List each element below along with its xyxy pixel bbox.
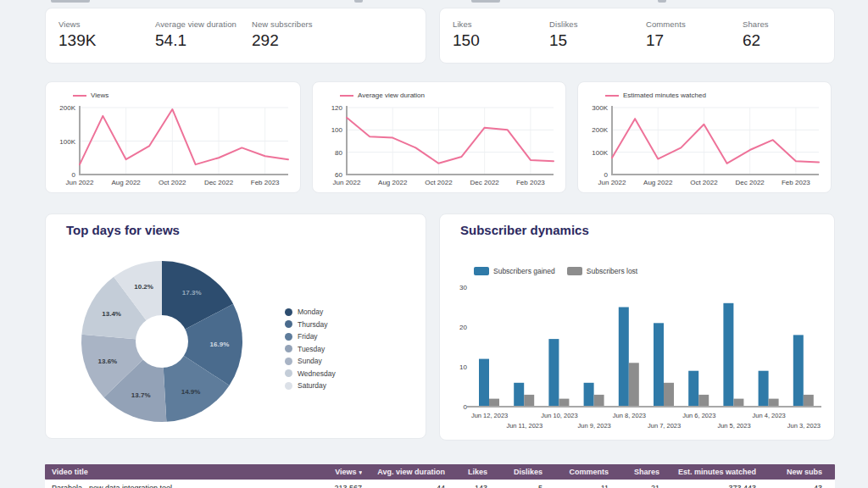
legend-item-sunday[interactable]: Sunday [285,357,336,365]
bar-gained-jun-3-2023[interactable] [793,335,804,407]
bar-gained-jun-9-2023[interactable] [584,383,594,407]
svg-text:14.9%: 14.9% [181,388,201,396]
table-row[interactable]: Parabola - new data integration tool213 … [45,480,835,488]
legend-item-thursday[interactable]: Thursday [285,320,336,329]
column-header-avg-view-duration[interactable]: Avg. view duration [362,468,445,476]
column-header-label: New subs [787,468,822,476]
svg-text:300K: 300K [592,104,608,112]
card-title: Subscriber dynamics [460,223,589,237]
column-header-est-minutes-watched[interactable]: Est. minutes watched [659,468,756,476]
column-header-comments[interactable]: Comments [542,468,609,476]
bar-lost-jun-8-2023[interactable] [629,363,639,407]
metric-label: Shares [743,19,839,29]
svg-text:Oct 2022: Oct 2022 [690,179,718,186]
bar-lost-jun-7-2023[interactable] [664,383,674,407]
metric-value: 54.1 [155,31,252,50]
column-header-new-subs[interactable]: New subs [756,468,822,476]
svg-text:Jun 12, 2023: Jun 12, 2023 [471,412,508,419]
column-header-shares[interactable]: Shares [609,468,659,476]
bar-lost-jun-12-2023[interactable] [489,399,499,407]
svg-text:Aug 2022: Aug 2022 [112,179,142,186]
svg-text:200K: 200K [592,126,608,134]
bar-chart-canvas[interactable]: 0102030Jun 12, 2023Jun 11, 2023Jun 10, 2… [452,280,825,437]
bar-gained-jun-5-2023[interactable] [723,303,733,407]
line-series-label: Views [91,92,108,99]
chart-legend: Estimated minutes watched [605,92,706,99]
table-cell: 11 [542,484,609,488]
svg-text:100K: 100K [592,149,608,157]
bar-gained-jun-7-2023[interactable] [654,323,664,407]
legend-item-monday[interactable]: Monday [285,308,336,316]
bar-gained-jun-4-2023[interactable] [759,371,769,407]
bar-lost-jun-11-2023[interactable] [524,395,534,407]
bar-lost-jun-4-2023[interactable] [769,399,779,407]
bar-gained-jun-12-2023[interactable] [479,359,489,407]
svg-text:Jun 10, 2023: Jun 10, 2023 [541,412,577,419]
legend-label: Tuesday [298,345,325,353]
table-cell: 43 [756,484,822,488]
svg-text:200K: 200K [59,104,75,112]
donut-chart-canvas[interactable]: 17.3%16.9%14.9%13.7%13.6%13.4%10.2% [46,214,426,438]
metric-label: New subscribers [252,19,348,29]
svg-text:0: 0 [604,171,609,179]
svg-text:Dec 2022: Dec 2022 [470,179,500,186]
legend-label: Subscribers lost [587,267,637,275]
column-header-label: Views [335,468,356,476]
legend-item-tuesday[interactable]: Tuesday [285,345,336,353]
column-header-label: Avg. view duration [377,468,445,476]
legend-color-swatch [567,267,582,275]
column-header-dislikes[interactable]: Dislikes [487,468,542,476]
svg-text:Jun 5, 2023: Jun 5, 2023 [717,422,750,430]
svg-text:Feb 2023: Feb 2023 [516,179,545,186]
chart-legend: Views [73,92,108,99]
metric-new-subscribers: New subscribers292 [252,19,348,63]
bar-gained-jun-10-2023[interactable] [548,339,559,407]
svg-text:120: 120 [331,104,343,112]
bar-gained-jun-11-2023[interactable] [514,383,524,407]
svg-text:Dec 2022: Dec 2022 [204,179,234,186]
top-days-for-views-card: Top days for views 17.3%16.9%14.9%13.7%1… [45,214,426,439]
metric-label: Comments [646,19,743,29]
metric-shares: Shares62 [743,19,839,63]
legend-item-friday[interactable]: Friday [285,332,336,341]
svg-text:10: 10 [459,363,467,371]
bar-lost-jun-9-2023[interactable] [594,395,604,407]
bar-lost-jun-10-2023[interactable] [559,399,569,407]
legend-item-wednesday[interactable]: Wednesday [285,369,336,378]
svg-text:16.9%: 16.9% [210,341,230,348]
svg-text:Feb 2023: Feb 2023 [251,179,280,186]
views-trend-chart[interactable]: Views 0100K200KJun 2022Aug 2022Oct 2022D… [45,81,301,193]
table-cell: 213 567 [297,484,362,488]
column-header-likes[interactable]: Likes [445,468,487,476]
subscriber-dynamics-card: Subscriber dynamics Subscribers gainedSu… [439,214,835,441]
bar-gained-jun-8-2023[interactable] [619,308,629,408]
bar-lost-jun-3-2023[interactable] [804,395,814,407]
legend-item-saturday[interactable]: Saturday [285,381,336,390]
chart-legend: Average view duration [340,92,425,99]
est-minutes-watched-trend-chart[interactable]: Estimated minutes watched 0100K200K300KJ… [577,81,832,193]
svg-text:100: 100 [331,126,343,134]
svg-text:Oct 2022: Oct 2022 [425,179,453,186]
column-header-label: Likes [468,468,487,476]
bar-lost-jun-5-2023[interactable] [733,399,743,407]
table-cell: 21 [609,484,659,488]
metric-value: 139K [58,31,155,50]
metric-dislikes: Dislikes15 [549,19,646,63]
svg-text:0: 0 [464,403,468,411]
legend-item-subscribers-gained[interactable]: Subscribers gained [474,267,555,275]
column-header-video-title[interactable]: Video title [45,468,297,476]
table-header-row: Video titleViews▾Avg. view durationLikes… [45,464,835,480]
legend-color-dot [285,308,292,316]
avg-view-duration-trend-chart[interactable]: Average view duration 6080100120Jun 2022… [312,81,566,193]
svg-text:Jun 9, 2023: Jun 9, 2023 [578,422,611,430]
svg-text:10.2%: 10.2% [134,283,153,291]
bar-lost-jun-6-2023[interactable] [698,395,709,407]
svg-text:Jun 2022: Jun 2022 [598,179,626,186]
bar-gained-jun-6-2023[interactable] [688,371,698,407]
table-cell: 44 [362,484,445,488]
legend-item-subscribers-lost[interactable]: Subscribers lost [567,267,637,275]
column-header-views[interactable]: Views▾ [297,468,362,476]
column-header-label: Dislikes [514,468,542,476]
svg-text:Jun 7, 2023: Jun 7, 2023 [648,422,681,430]
metric-value: 150 [453,31,549,50]
